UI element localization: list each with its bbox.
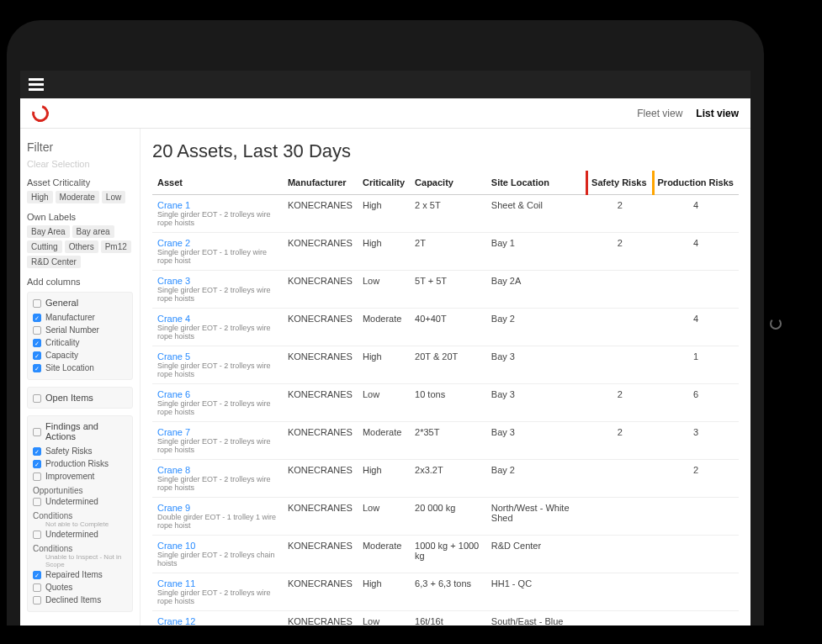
checkbox-icon[interactable] [33, 447, 41, 456]
cell-production-risks [653, 611, 739, 626]
checkbox-label: Criticality [45, 338, 80, 347]
asset-desc: Single girder EOT - 2 trolleys wire rope… [157, 475, 278, 492]
tablet-side-indicator [770, 318, 782, 330]
cell-criticality: Low [358, 498, 410, 536]
filter-tag[interactable]: R&D Center [27, 256, 81, 268]
checkbox-row[interactable]: Manufacturer [33, 311, 127, 324]
col-capacity[interactable]: Capacity [410, 171, 486, 195]
checkbox-row[interactable]: Serial Number [33, 324, 127, 336]
checkbox-icon[interactable] [33, 460, 41, 468]
checkbox-icon[interactable] [33, 326, 41, 335]
checkbox-icon[interactable] [33, 394, 41, 403]
cell-production-risks: 6 [653, 384, 739, 422]
table-row[interactable]: Crane 2Single girder EOT - 1 trolley wir… [152, 233, 739, 271]
asset-table-wrap[interactable]: Asset Manufacturer Criticality Capacity … [141, 171, 750, 626]
checkbox-icon[interactable] [33, 596, 41, 604]
asset-name-link[interactable]: Crane 12 [157, 616, 278, 626]
checkbox-label: Capacity [45, 351, 78, 360]
checkbox-row[interactable]: Quotes [33, 581, 127, 594]
checkbox-row[interactable]: Site Location [33, 362, 127, 374]
checkbox-row[interactable]: Criticality [33, 336, 127, 349]
asset-name-link[interactable]: Crane 3 [157, 276, 278, 286]
col-site-location[interactable]: Site Location [486, 171, 587, 195]
asset-desc: Single girder EOT - 2 trolleys wire rope… [157, 210, 278, 227]
cell-safety-risks: 2 [587, 233, 653, 271]
filter-tag[interactable]: Low [102, 191, 125, 203]
own-labels-filter: Own Labels Bay AreaBay areaCuttingOthers… [27, 212, 133, 268]
cell-safety-risks [587, 271, 653, 309]
checkbox-icon[interactable] [33, 571, 41, 579]
checkbox-row[interactable]: Safety Risks [33, 445, 127, 457]
table-row[interactable]: Crane 12Single girder EOT - 2 trolleys w… [152, 611, 739, 626]
asset-name-link[interactable]: Crane 2 [157, 238, 278, 248]
cell-manufacturer: KONECRANES [283, 195, 358, 233]
filter-tag[interactable]: High [27, 191, 53, 203]
cell-safety-risks: 2 [587, 195, 653, 233]
cell-criticality: Moderate [358, 422, 410, 460]
asset-name-link[interactable]: Crane 6 [157, 389, 278, 399]
asset-name-link[interactable]: Crane 1 [157, 200, 278, 210]
cell-capacity: 1000 kg + 1000 kg [410, 536, 486, 573]
menu-icon[interactable] [29, 78, 44, 91]
cell-location: Bay 2A [486, 271, 587, 309]
cell-location: Bay 1 [486, 233, 587, 271]
table-row[interactable]: Crane 1Single girder EOT - 2 trolleys wi… [152, 195, 739, 233]
table-row[interactable]: Crane 4Single girder EOT - 2 trolleys wi… [152, 309, 739, 346]
table-row[interactable]: Crane 7Single girder EOT - 2 trolleys wi… [152, 422, 739, 460]
asset-name-link[interactable]: Crane 7 [157, 427, 278, 437]
checkbox-icon[interactable] [33, 299, 41, 308]
table-row[interactable]: Crane 6Single girder EOT - 2 trolleys wi… [152, 384, 739, 422]
col-safety-risks[interactable]: Safety Risks [587, 171, 653, 195]
undetermined-label: Undetermined [45, 530, 98, 539]
checkbox-row[interactable]: Capacity [33, 349, 127, 362]
filter-tag[interactable]: Cutting [27, 240, 62, 253]
col-criticality[interactable]: Criticality [358, 171, 410, 195]
checkbox-icon[interactable] [33, 364, 41, 372]
checkbox-icon[interactable] [33, 339, 41, 347]
asset-name-link[interactable]: Crane 5 [157, 351, 278, 362]
table-row[interactable]: Crane 3Single girder EOT - 2 trolleys wi… [152, 271, 739, 309]
cell-criticality: High [358, 233, 410, 271]
checkbox-icon[interactable] [33, 428, 41, 436]
checkbox-row[interactable]: Repaired Items [33, 568, 127, 581]
asset-name-link[interactable]: Crane 8 [157, 465, 278, 475]
col-manufacturer[interactable]: Manufacturer [283, 171, 358, 195]
table-row[interactable]: Crane 10Single girder EOT - 2 trolleys c… [152, 536, 739, 573]
asset-desc: Single girder EOT - 2 trolleys wire rope… [157, 399, 278, 416]
table-row[interactable]: Crane 9Double girder EOT - 1 trolley 1 w… [152, 498, 739, 536]
table-row[interactable]: Crane 8Single girder EOT - 2 trolleys wi… [152, 460, 739, 498]
filter-tag[interactable]: Moderate [56, 191, 99, 203]
table-row[interactable]: Crane 5Single girder EOT - 2 trolleys wi… [152, 346, 739, 384]
filter-tag[interactable]: Bay area [72, 225, 114, 238]
checkbox-row[interactable]: Improvement [33, 470, 127, 483]
fleet-view-link[interactable]: Fleet view [637, 108, 682, 119]
col-production-risks[interactable]: Production Risks [653, 171, 739, 195]
checkbox-icon[interactable] [33, 531, 41, 539]
checkbox-icon[interactable] [33, 472, 41, 481]
col-asset[interactable]: Asset [152, 171, 283, 195]
filter-tag[interactable]: Pm12 [101, 240, 131, 253]
asset-name-link[interactable]: Crane 11 [157, 578, 278, 589]
filter-tag[interactable]: Others [65, 240, 98, 253]
open-items-section[interactable]: Open Items [27, 387, 133, 409]
checkbox-icon[interactable] [33, 498, 41, 506]
table-row[interactable]: Crane 11Single girder EOT - 2 trolleys w… [152, 573, 739, 611]
asset-name-link[interactable]: Crane 10 [157, 541, 278, 551]
checkbox-icon[interactable] [33, 583, 41, 592]
asset-name-link[interactable]: Crane 9 [157, 503, 278, 513]
checkbox-row[interactable]: Production Risks [33, 457, 127, 470]
checkbox-icon[interactable] [33, 314, 41, 322]
checkbox-row[interactable]: Declined Items [33, 594, 127, 606]
list-view-link[interactable]: List view [696, 108, 739, 119]
cell-location: Bay 3 [486, 384, 587, 422]
checkbox-label: Site Location [45, 363, 94, 372]
cell-capacity: 2T [410, 233, 486, 271]
cell-production-risks: 1 [653, 346, 739, 384]
undetermined-label: Undetermined [45, 497, 98, 506]
checkbox-icon[interactable] [33, 351, 41, 360]
filter-tag[interactable]: Bay Area [27, 225, 70, 238]
asset-name-link[interactable]: Crane 4 [157, 314, 278, 324]
clear-selection-link[interactable]: Clear Selection [27, 159, 133, 169]
cell-production-risks [653, 498, 739, 536]
cell-location: HH1 - QC [486, 573, 587, 611]
